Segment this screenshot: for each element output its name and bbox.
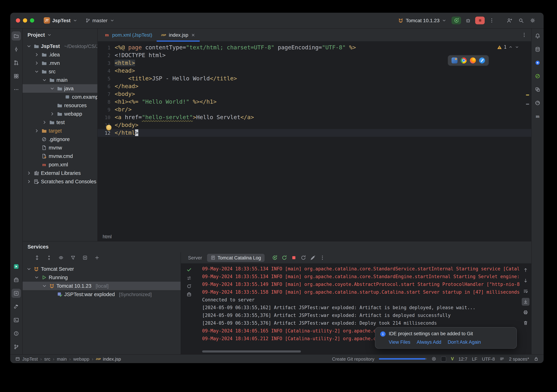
horizontal-scrollbar[interactable] — [202, 350, 301, 352]
code-line-12[interactable]: 12</html> — [98, 129, 531, 137]
tool-window-button-ai-assistant[interactable] — [533, 58, 542, 67]
code-line-7[interactable]: 7<body> — [98, 90, 531, 98]
line-number[interactable]: 10 — [98, 113, 115, 121]
add-service-button[interactable] — [93, 254, 101, 262]
run-configuration-widget[interactable]: Tomcat 10.1.23 — [396, 16, 449, 25]
code-line-1[interactable]: 1<%@ page contentType="text/html; charse… — [98, 44, 531, 51]
project-tree-item--idea[interactable]: .idea — [23, 50, 97, 59]
line-number[interactable]: 2 — [98, 51, 115, 59]
project-tree-item--gitignore[interactable]: .gitignore — [23, 135, 97, 144]
edit-configuration-button[interactable] — [309, 254, 317, 262]
artifact-settings-icon[interactable] — [187, 292, 192, 297]
background-process-icon[interactable] — [441, 356, 446, 361]
scroll-to-end-button[interactable] — [522, 298, 530, 306]
rerun-button[interactable] — [451, 16, 461, 24]
tool-window-button-run[interactable] — [12, 262, 21, 271]
statusbar-crumb[interactable]: main — [57, 356, 67, 361]
tool-window-button-problems[interactable] — [12, 329, 21, 338]
tool-window-button-structure[interactable] — [12, 72, 21, 81]
line-separator-widget[interactable]: LF — [472, 356, 477, 361]
branch-widget[interactable]: master — [83, 16, 117, 25]
line-number[interactable]: 1 — [98, 44, 115, 51]
project-panel-header[interactable]: Project — [23, 29, 97, 41]
tool-window-button-pull-requests[interactable] — [12, 58, 21, 67]
statusbar-file-crumb[interactable]: index.jsp — [103, 356, 121, 361]
project-tree-item-jsptest[interactable]: JspTest~/Desktop/CS/JavaEE/1 JavaWeb/Cod… — [23, 42, 97, 50]
code-line-5[interactable]: 5 <title>JSP - Hello World</title> — [98, 75, 531, 82]
project-tree-item-mvnw[interactable]: mvnw — [23, 144, 97, 152]
soft-wrap-button[interactable] — [522, 287, 530, 295]
write-access-icon[interactable] — [534, 356, 539, 361]
encoding-widget[interactable]: UTF-8 — [482, 356, 495, 361]
background-task-label[interactable]: Create Git repository — [332, 356, 375, 361]
code-line-4[interactable]: 4<head> — [98, 67, 531, 75]
code-line-11[interactable]: 11</body> — [98, 121, 531, 129]
services-tree-item-running[interactable]: Running — [23, 273, 180, 282]
project-tree-item-test[interactable]: test — [23, 118, 97, 127]
collapse-all-button[interactable] — [45, 254, 53, 262]
statusbar-crumb[interactable]: webapp — [73, 356, 89, 361]
editor-options-icon[interactable] — [521, 32, 527, 38]
project-tree-item-webapp[interactable]: webapp — [23, 110, 97, 118]
clear-console-button[interactable] — [522, 319, 530, 327]
inspections-widget[interactable]: 1 — [497, 44, 519, 50]
builtin-preview-icon[interactable] — [451, 57, 458, 64]
down-stack-trace-button[interactable] — [522, 277, 530, 284]
line-number[interactable]: 3 — [98, 59, 115, 67]
services-tree-item-jsptest-war-exploded[interactable]: JSPTest:war exploded[Synchronized] — [23, 290, 180, 299]
debug-button[interactable] — [464, 16, 473, 25]
breadcrumb-item[interactable]: html — [103, 234, 112, 239]
previous-problem-icon[interactable] — [508, 45, 513, 49]
console-more-button[interactable] — [319, 254, 326, 262]
update-application-button[interactable] — [280, 254, 288, 262]
tab-pom-xml[interactable]: m pom.xml (JspTest) — [100, 29, 156, 41]
filter-button[interactable] — [69, 254, 77, 262]
line-number[interactable]: 4 — [98, 67, 115, 75]
firefox-icon[interactable] — [470, 57, 476, 64]
redeploy-icon[interactable] — [187, 276, 192, 280]
tool-window-button-more-tool-windows[interactable] — [12, 85, 21, 94]
view-files-link[interactable]: View Files — [389, 339, 410, 345]
dont-ask-again-link[interactable]: Don't Ask Again — [448, 339, 481, 345]
always-add-link[interactable]: Always Add — [417, 339, 442, 345]
services-tree-item-tomcat-10-1-23[interactable]: Tomcat 10.1.23[local] — [23, 282, 180, 290]
up-stack-trace-button[interactable] — [522, 266, 530, 274]
sync-icon[interactable] — [187, 284, 192, 289]
settings-button[interactable] — [528, 16, 537, 25]
project-tree-item-pom-xml[interactable]: mpom.xml — [23, 160, 97, 169]
project-tree-item-scratches-and-consoles[interactable]: Scratches and Consoles — [23, 177, 97, 186]
tool-window-button-profiler[interactable] — [533, 98, 542, 108]
intention-bulb-icon[interactable] — [106, 125, 111, 130]
close-window-button[interactable] — [16, 18, 20, 23]
tool-window-button-beans[interactable] — [533, 85, 542, 94]
caret-position-widget[interactable]: 12:7 — [459, 356, 467, 361]
restart-button[interactable] — [300, 254, 307, 262]
tool-window-button-commit[interactable] — [12, 45, 21, 54]
chrome-icon[interactable] — [461, 57, 467, 64]
indent-widget[interactable]: 2 spaces* — [509, 356, 529, 361]
cancel-task-icon[interactable] — [431, 356, 436, 361]
code-line-8[interactable]: 8<h1><%= "Hello World!" %></h1> — [98, 98, 531, 106]
tool-window-button-spring[interactable] — [533, 72, 542, 81]
code-line-6[interactable]: 6</head> — [98, 82, 531, 90]
project-tree-item-target[interactable]: target — [23, 127, 97, 135]
code-editor[interactable]: 1<%@ page contentType="text/html; charse… — [98, 42, 531, 232]
tool-window-button-notifications[interactable] — [533, 31, 542, 40]
project-tree-item-mvnw-cmd[interactable]: mvnw.cmd — [23, 152, 97, 160]
tool-window-button-database[interactable] — [533, 45, 542, 54]
project-tree-item-external-libraries[interactable]: External Libraries — [23, 169, 97, 177]
next-problem-icon[interactable] — [515, 45, 519, 49]
line-number[interactable]: 12 — [98, 129, 115, 137]
line-number[interactable]: 5 — [98, 75, 115, 82]
warning-stripe-mark[interactable] — [526, 95, 529, 96]
project-tree-item--mvn[interactable]: .mvn — [23, 59, 97, 67]
expand-all-button[interactable] — [33, 254, 41, 262]
stop-button[interactable] — [475, 16, 485, 24]
tool-window-button-version-control[interactable] — [12, 342, 21, 352]
close-tab-icon[interactable] — [191, 33, 196, 37]
tool-window-button-maven[interactable]: m — [533, 112, 542, 121]
project-tree-item-java[interactable]: java — [23, 84, 97, 93]
code-with-me-button[interactable] — [505, 16, 514, 25]
tool-window-button-build[interactable] — [12, 302, 21, 311]
minimize-window-button[interactable] — [23, 18, 27, 23]
